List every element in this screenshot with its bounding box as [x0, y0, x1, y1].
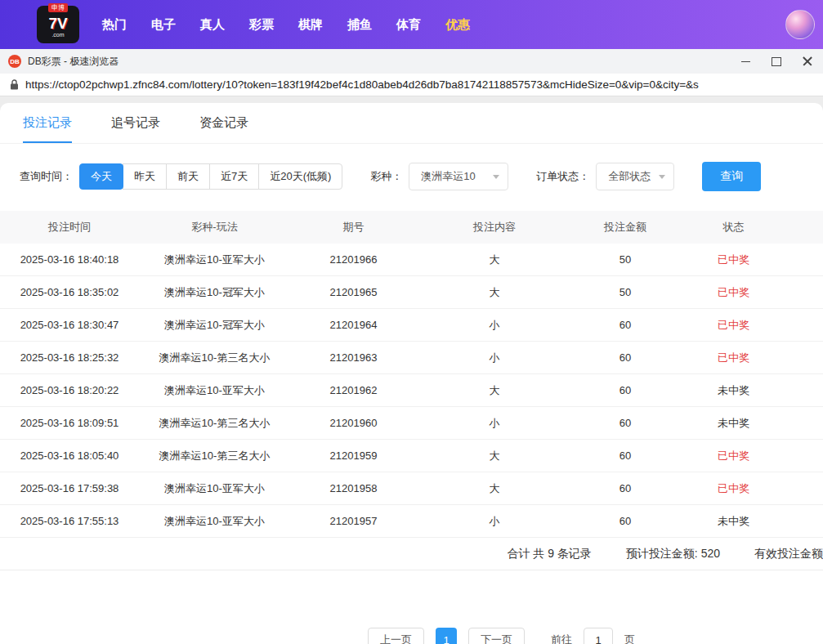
cell-bet-amount: 50 [572, 253, 678, 266]
cell-status: 未中奖 [678, 416, 789, 431]
url-text[interactable]: https://ctop02pchwp1.zfnc84.com/lottery/… [25, 78, 813, 91]
cell-status: 已中奖 [678, 481, 789, 496]
table-row: 2025-03-16 18:40:18澳洲幸运10-亚军大小21201966大5… [0, 244, 823, 276]
current-page-button[interactable]: 1 [436, 628, 457, 644]
summary-expected-amount: 预计投注金额: 520 [626, 547, 720, 561]
nav-item-6[interactable]: 捕鱼 [347, 17, 372, 33]
cell-bet-content: 大 [417, 253, 572, 267]
nav-item-8[interactable]: 优惠 [445, 17, 470, 33]
chevron-down-icon [493, 175, 499, 179]
time-filter-2[interactable]: 昨天 [123, 163, 167, 190]
page-content: 投注记录追号记录资金记录 查询时间： 今天昨天前天近7天近20天(低频) 彩种：… [0, 96, 823, 644]
nav-item-7[interactable]: 体育 [396, 17, 421, 33]
window-titlebar: DB DB彩票 - 极速浏览器 [0, 49, 823, 74]
pagination: 上一页 1 下一页 前往 页 [90, 628, 823, 644]
lottery-select-value: 澳洲幸运10 [421, 169, 475, 184]
cell-bet-time: 2025-03-16 17:55:13 [0, 515, 139, 527]
tab-3[interactable]: 资金记录 [199, 103, 248, 143]
goto-page-input[interactable] [584, 628, 613, 644]
prev-page-button[interactable]: 上一页 [368, 628, 424, 644]
user-avatar[interactable] [785, 10, 815, 39]
table-row: 2025-03-16 18:35:02澳洲幸运10-冠军大小21201965大5… [0, 276, 823, 309]
cell-issue-number: 21201957 [290, 515, 417, 527]
cell-bet-content: 大 [417, 481, 572, 496]
nav-item-5[interactable]: 棋牌 [298, 17, 323, 33]
cell-bet-time: 2025-03-16 18:35:02 [0, 286, 139, 298]
table-row: 2025-03-16 17:59:38澳洲幸运10-亚军大小21201958大6… [0, 472, 823, 505]
cell-game-play: 澳洲幸运10-亚军大小 [139, 253, 290, 267]
status-select-label: 订单状态： [536, 169, 589, 184]
cell-bet-amount: 60 [572, 319, 678, 331]
col-header-4: 投注内容 [417, 220, 572, 235]
filter-bar: 查询时间： 今天昨天前天近7天近20天(低频) 彩种： 澳洲幸运10 订单状态：… [20, 162, 803, 191]
cell-bet-content: 小 [417, 318, 572, 333]
tab-2[interactable]: 追号记录 [111, 103, 160, 143]
time-filter-4[interactable]: 近7天 [209, 163, 259, 190]
close-button[interactable] [792, 49, 823, 74]
record-tabs: 投注记录追号记录资金记录 [0, 103, 823, 144]
cell-bet-amount: 60 [572, 449, 678, 462]
lock-icon [10, 79, 19, 90]
cell-bet-amount: 50 [572, 286, 678, 298]
col-header-6: 状态 [678, 220, 789, 235]
lottery-select[interactable]: 澳洲幸运10 [409, 163, 508, 190]
summary-valid-amount: 有效投注金额 [754, 547, 823, 561]
cell-status: 已中奖 [678, 449, 789, 463]
table-row: 2025-03-16 17:55:13澳洲幸运10-亚军大小21201957小6… [0, 505, 823, 538]
nav-item-4[interactable]: 彩票 [249, 17, 274, 33]
col-header-1: 投注时间 [0, 220, 139, 235]
cell-bet-content: 大 [417, 449, 572, 463]
cell-game-play: 澳洲幸运10-第三名大小 [139, 351, 290, 365]
site-favicon-icon: DB [8, 55, 21, 68]
col-header-2: 彩种-玩法 [139, 220, 290, 235]
nav-item-3[interactable]: 真人 [200, 17, 225, 33]
status-select-value: 全部状态 [608, 169, 651, 184]
table-row: 2025-03-16 18:05:40澳洲幸运10-第三名大小21201959大… [0, 440, 823, 472]
table-row: 2025-03-16 18:20:22澳洲幸运10-亚军大小21201962大6… [0, 374, 823, 407]
time-filter-5[interactable]: 近20天(低频) [258, 163, 342, 190]
nav-item-2[interactable]: 电子 [151, 17, 176, 33]
cell-game-play: 澳洲幸运10-冠军大小 [139, 285, 290, 300]
maximize-button[interactable] [761, 49, 792, 74]
site-top-nav: 申博 7V .com 热门电子真人彩票棋牌捕鱼体育优惠 [0, 0, 823, 49]
minimize-button[interactable] [730, 49, 761, 74]
tab-1[interactable]: 投注记录 [23, 103, 72, 143]
window-controls [730, 49, 823, 74]
table-row: 2025-03-16 18:09:51澳洲幸运10-第三名大小21201960小… [0, 407, 823, 440]
logo-text: 7V [48, 16, 67, 31]
cell-bet-amount: 60 [572, 482, 678, 494]
cell-game-play: 澳洲幸运10-亚军大小 [139, 383, 290, 398]
lottery-select-label: 彩种： [370, 169, 402, 184]
cell-issue-number: 21201959 [290, 449, 417, 462]
time-filter-label: 查询时间： [20, 169, 73, 184]
cell-game-play: 澳洲幸运10-冠军大小 [139, 318, 290, 333]
bet-records-table: 投注时间彩种-玩法期号投注内容投注金额状态 2025-03-16 18:40:1… [0, 211, 823, 538]
chevron-down-icon [659, 175, 665, 179]
time-filter-1[interactable]: 今天 [79, 163, 123, 190]
query-button[interactable]: 查询 [702, 162, 761, 191]
cell-issue-number: 21201964 [290, 319, 417, 331]
table-header-row: 投注时间彩种-玩法期号投注内容投注金额状态 [0, 211, 823, 244]
next-page-button[interactable]: 下一页 [468, 628, 525, 644]
cell-status: 未中奖 [678, 514, 789, 529]
cell-status: 已中奖 [678, 318, 789, 333]
cell-bet-time: 2025-03-16 18:05:40 [0, 449, 139, 462]
cell-issue-number: 21201965 [290, 286, 417, 298]
site-logo[interactable]: 申博 7V .com [37, 6, 79, 43]
col-header-5: 投注金额 [572, 220, 678, 235]
cell-bet-amount: 60 [572, 417, 678, 429]
cell-bet-amount: 60 [572, 384, 678, 396]
cell-bet-content: 小 [417, 416, 572, 431]
cell-bet-time: 2025-03-16 18:09:51 [0, 417, 139, 429]
window-title: DB彩票 - 极速浏览器 [28, 55, 119, 69]
cell-issue-number: 21201962 [290, 384, 417, 396]
table-row: 2025-03-16 18:25:32澳洲幸运10-第三名大小21201963小… [0, 342, 823, 374]
status-select[interactable]: 全部状态 [596, 163, 674, 190]
cell-bet-time: 2025-03-16 18:20:22 [0, 384, 139, 396]
nav-item-1[interactable]: 热门 [102, 17, 127, 33]
table-body: 2025-03-16 18:40:18澳洲幸运10-亚军大小21201966大5… [0, 244, 823, 538]
time-filter-3[interactable]: 前天 [166, 163, 210, 190]
time-filter-group: 今天昨天前天近7天近20天(低频) [79, 163, 342, 190]
summary-row: 合计 共 9 条记录 预计投注金额: 520 有效投注金额 [0, 538, 823, 570]
col-header-3: 期号 [290, 220, 417, 235]
